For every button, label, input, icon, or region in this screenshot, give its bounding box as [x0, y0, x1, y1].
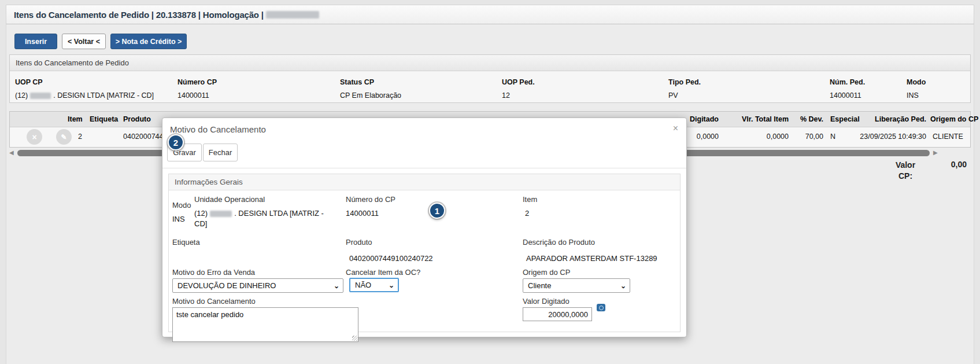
cell-liberacao: 23/09/2025 10:49:30 [848, 133, 926, 141]
cell-item: 2 [78, 133, 82, 141]
scroll-left-icon[interactable]: ◀ [9, 149, 14, 156]
cell-especial: N [830, 133, 835, 141]
modo-field-label: Modo [172, 201, 191, 209]
unidade-field-value-line1: (12). DESIGN LTDA [MATRIZ - [194, 209, 324, 218]
back-button[interactable]: < Voltar < [62, 34, 106, 49]
page-titlebar: Itens do Cancelamento de Pedido | 20.133… [6, 5, 974, 24]
motivo-erro-label: Motivo do Erro da Venda [172, 268, 255, 277]
col-perc-dev: % Dev. [794, 115, 823, 123]
numero-cp-field-value: 14000011 [346, 209, 379, 218]
valor-digitado-input[interactable]: 20000,0000 [523, 307, 592, 321]
item-field-label: Item [523, 195, 537, 204]
col-origem: Origem do CP [930, 115, 978, 123]
annotation-badge-2: 2 [168, 134, 184, 150]
item-field-value: 2 [525, 209, 529, 218]
scroll-right-icon[interactable]: ▶ [933, 149, 938, 156]
page-title: Itens do Cancelamento de Pedido | 20.133… [14, 10, 264, 20]
close-icon[interactable]: × [673, 123, 678, 134]
valor-cp-value: 0,00 [926, 160, 967, 182]
valor-cp-label: Valor CP: [885, 160, 926, 182]
descricao-field-value: APARADOR AMSTERDAM STF-13289 [526, 254, 657, 263]
order-panel: Itens do Cancelamento de Pedido UOP CP N… [9, 54, 971, 103]
origem-cp-select[interactable]: Cliente ⌄ [523, 278, 630, 293]
numero-cp-label: Número CP [177, 78, 217, 86]
produto-field-value: 04020007449100240722 [349, 254, 433, 263]
resize-grip-icon[interactable] [352, 336, 357, 341]
order-panel-title: Itens do Cancelamento de Pedido [10, 55, 970, 71]
cancellation-reason-modal: Motivo do Cancelamento × Gravar Fechar I… [162, 117, 687, 337]
unidade-field-value-line2: CD] [194, 219, 207, 228]
num-ped-value: 14000011 [830, 91, 861, 100]
col-liberacao: Liberação Ped. [848, 115, 926, 123]
descricao-field-label: Descrição do Produto [523, 238, 595, 247]
annotation-badge-1: 1 [429, 203, 445, 219]
unidade-field-label: Unidade Operacional [194, 195, 265, 204]
cancelar-oc-select[interactable]: NÃO ⌄ [349, 278, 399, 292]
chevron-down-icon: ⌄ [389, 281, 394, 289]
insert-button[interactable]: Inserir [14, 34, 57, 49]
motivo-cancelamento-textarea[interactable]: tste cancelar pedido [172, 307, 358, 342]
uop-cp-value: (12). DESIGN LTDA [MATRIZ - CD] [15, 91, 154, 100]
modo-value: INS [907, 91, 919, 100]
modal-divider [162, 168, 686, 168]
general-info-section: Informações Gerais Modo Unidade Operacio… [168, 174, 681, 332]
cell-origem: CLIENTE [933, 133, 963, 141]
motivo-cancelamento-label: Motivo do Cancelamento [172, 297, 256, 306]
chevron-down-icon: ⌄ [334, 282, 339, 290]
modo-label: Modo [907, 78, 926, 86]
modal-title: Motivo do Cancelamento [170, 124, 266, 134]
col-etiqueta: Etiqueta [90, 115, 118, 123]
tipo-ped-value: PV [668, 91, 678, 100]
status-cp-value: CP Em Elaboração [340, 91, 401, 100]
uop-ped-label: UOP Ped. [502, 78, 535, 86]
credit-note-button[interactable]: > Nota de Crédito > [110, 34, 187, 49]
produto-field-label: Produto [346, 238, 372, 247]
cell-perc-dev: 70,00 [794, 133, 823, 141]
edit-row-icon[interactable]: ✎ [56, 129, 72, 145]
col-item: Item [68, 115, 85, 123]
valor-digitado-label: Valor Digitado [523, 297, 569, 306]
uop-ped-value: 12 [502, 91, 510, 100]
chevron-down-icon: ⌄ [620, 282, 626, 290]
delete-row-icon[interactable]: × [27, 129, 42, 145]
numero-cp-field-label: Número do CP [346, 195, 395, 204]
modal-close-button[interactable]: Fechar [203, 144, 238, 161]
cancelar-oc-label: Cancelar Item da OC? [346, 268, 420, 277]
redacted-username [266, 11, 319, 19]
modo-field-value: INS [172, 215, 185, 223]
origem-cp-label: Origem do CP [523, 268, 570, 277]
col-vlr-total: Vlr. Total Item [736, 115, 789, 123]
etiqueta-field-label: Etiqueta [172, 238, 200, 247]
valor-cp: Valor CP: 0,00 [885, 160, 971, 182]
col-produto: Produto [123, 115, 151, 123]
uop-cp-label: UOP CP [15, 78, 43, 86]
section-title: Informações Gerais [169, 174, 680, 190]
numero-cp-value: 14000011 [177, 91, 209, 100]
cell-vlr-total: 0,0000 [736, 133, 789, 141]
currency-icon[interactable] [597, 304, 605, 311]
status-cp-label: Status CP [340, 78, 374, 86]
motivo-erro-select[interactable]: DEVOLUÇÃO DE DINHEIRO ⌄ [172, 278, 343, 293]
num-ped-label: Núm. Ped. [830, 78, 865, 86]
tipo-ped-label: Tipo Ped. [668, 78, 701, 86]
